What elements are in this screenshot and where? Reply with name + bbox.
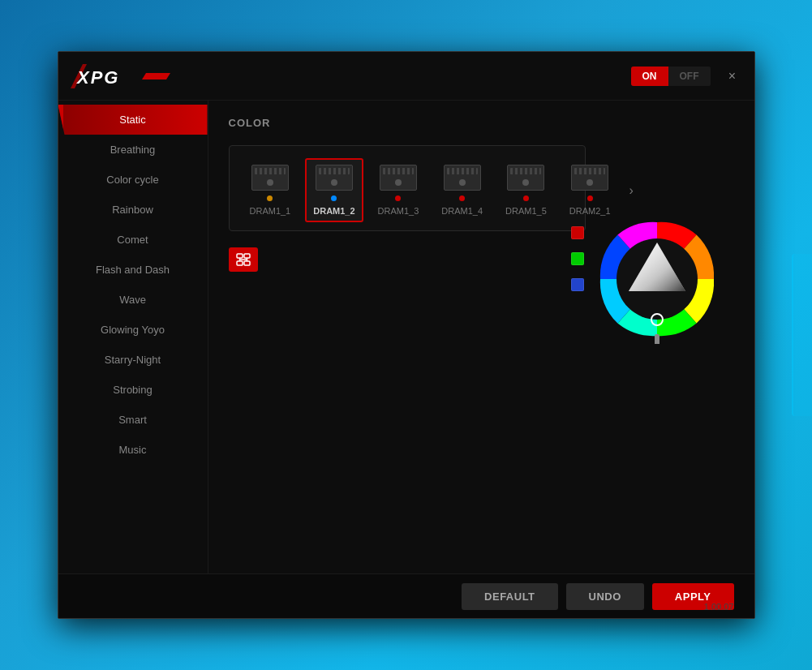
sidebar: Static Breathing Color cycle Rainbow Com… xyxy=(58,101,208,573)
color-swatch-blue[interactable] xyxy=(571,278,584,291)
svg-text:XPG: XPG xyxy=(75,67,119,88)
sidebar-item-comet[interactable]: Comet xyxy=(58,225,208,255)
dram-dot-6 xyxy=(587,195,593,201)
main-content: Static Breathing Color cycle Rainbow Com… xyxy=(58,101,754,573)
svg-rect-3 xyxy=(237,254,243,258)
sidebar-item-breathing[interactable]: Breathing xyxy=(58,135,208,165)
dram-label-4: DRAM1_4 xyxy=(441,206,483,216)
xpg-logo-svg: XPG xyxy=(71,64,135,88)
color-swatch-green[interactable] xyxy=(571,252,584,265)
app-logo: XPG xyxy=(71,64,170,88)
dram-module-4[interactable]: DRAM1_4 xyxy=(433,158,491,222)
content-panel: COLOR DRAM1_1 DRAM1_2 xyxy=(208,101,754,573)
dram-dot-1 xyxy=(267,195,273,201)
color-swatch-red[interactable] xyxy=(571,226,584,239)
dram-module-5[interactable]: DRAM1_5 xyxy=(497,158,555,222)
default-button[interactable]: DEFAULT xyxy=(462,583,557,610)
app-window: XPG ON OFF × Static Breathing Color cycl… xyxy=(58,51,755,619)
link-modules-button[interactable] xyxy=(229,247,258,272)
color-swatches xyxy=(571,226,584,291)
dram-chip-icon-3 xyxy=(380,165,417,191)
close-button[interactable]: × xyxy=(723,67,742,86)
dram-label-1: DRAM1_1 xyxy=(250,206,291,216)
power-toggle: ON OFF xyxy=(631,67,711,86)
power-off-button[interactable]: OFF xyxy=(668,67,711,86)
dram-label-2: DRAM1_2 xyxy=(313,206,354,216)
sidebar-item-glowing-yoyo[interactable]: Glowing Yoyo xyxy=(58,315,208,345)
svg-rect-6 xyxy=(244,261,250,265)
svg-rect-4 xyxy=(244,254,250,258)
power-on-button[interactable]: ON xyxy=(631,67,668,86)
sidebar-item-music[interactable]: Music xyxy=(58,435,208,465)
dram-chip-icon-2 xyxy=(316,165,353,191)
dram-dot-2 xyxy=(331,195,337,201)
sidebar-item-smart[interactable]: Smart xyxy=(58,405,208,435)
color-wheel-area[interactable] xyxy=(592,214,722,344)
bottom-bar: DEFAULT UNDO APPLY xyxy=(58,573,754,618)
dram-module-1[interactable]: DRAM1_1 xyxy=(242,158,299,222)
link-icon xyxy=(236,252,251,267)
sidebar-item-color-cycle[interactable]: Color cycle xyxy=(58,165,208,195)
svg-rect-14 xyxy=(655,334,659,344)
svg-rect-5 xyxy=(237,261,243,265)
dram-chip-icon-6 xyxy=(571,165,608,191)
dram-module-3[interactable]: DRAM1_3 xyxy=(370,158,427,222)
version-label: 1.00.07 xyxy=(704,602,734,612)
title-bar: XPG ON OFF × xyxy=(58,52,754,101)
dram-chip-icon-1 xyxy=(251,165,289,191)
dram-modules-container: DRAM1_1 DRAM1_2 DRAM1_3 xyxy=(229,145,586,231)
sidebar-item-starry-night[interactable]: Starry-Night xyxy=(58,345,208,375)
dram-dot-3 xyxy=(395,195,401,201)
dram-label-5: DRAM1_5 xyxy=(505,206,547,216)
undo-button[interactable]: UNDO xyxy=(566,583,644,610)
color-section-label: COLOR xyxy=(229,117,734,129)
svg-marker-2 xyxy=(142,73,170,79)
color-wheel-svg xyxy=(592,214,722,344)
dram-module-6[interactable]: DRAM2_1 xyxy=(561,158,619,222)
dram-nav-next-button[interactable]: › xyxy=(625,179,638,202)
dram-dot-5 xyxy=(523,195,529,201)
logo-slash-accent xyxy=(142,73,170,79)
right-decoration-panel xyxy=(792,254,812,416)
dram-dot-4 xyxy=(459,195,465,201)
sidebar-item-rainbow[interactable]: Rainbow xyxy=(58,195,208,225)
sidebar-item-wave[interactable]: Wave xyxy=(58,285,208,315)
dram-label-3: DRAM1_3 xyxy=(378,206,419,216)
sidebar-item-flash-and-dash[interactable]: Flash and Dash xyxy=(58,255,208,285)
sidebar-item-static[interactable]: Static xyxy=(58,105,208,135)
sidebar-item-strobing[interactable]: Strobing xyxy=(58,375,208,405)
dram-chip-icon-5 xyxy=(507,165,544,191)
dram-module-2[interactable]: DRAM1_2 xyxy=(305,158,363,222)
dram-chip-icon-4 xyxy=(444,165,481,191)
